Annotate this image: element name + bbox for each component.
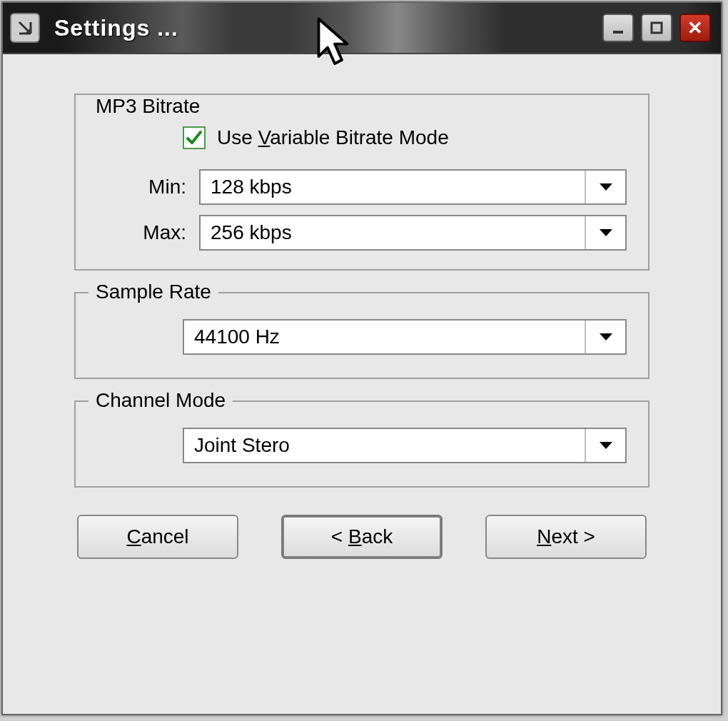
svg-marker-3 [600,183,612,191]
settings-window: Settings ... ✕ MP3 Bitra [1,1,722,715]
app-icon [10,13,40,43]
min-bitrate-combobox[interactable]: 128 kbps [199,169,627,205]
chevron-down-icon [598,228,614,238]
min-bitrate-dropdown-button[interactable] [586,171,625,203]
svg-rect-1 [613,31,623,34]
next-button[interactable]: Next > [485,515,647,559]
sample-rate-legend: Sample Rate [89,281,218,303]
mp3-bitrate-group: MP3 Bitrate Use Variable Bitrate Mode Mi… [74,94,649,271]
chevron-down-icon [598,332,614,342]
window-controls: ✕ [602,14,711,42]
min-bitrate-value: 128 kbps [201,171,586,203]
sample-rate-value: 44100 Hz [184,321,586,353]
maximize-icon [649,21,664,35]
min-bitrate-label: Min: [97,176,199,198]
close-button[interactable]: ✕ [679,14,711,42]
svg-marker-4 [600,229,612,236]
max-bitrate-dropdown-button[interactable] [586,216,625,249]
channel-mode-row: Joint Stero [183,428,627,463]
sample-rate-row: 44100 Hz [183,319,627,355]
mp3-bitrate-legend: MP3 Bitrate [89,95,207,118]
chevron-down-icon [598,440,614,450]
channel-mode-combobox[interactable]: Joint Stero [183,428,627,463]
channel-mode-group: Channel Mode Joint Stero [74,400,649,488]
vbr-checkbox[interactable] [183,126,206,149]
min-bitrate-row: Min: 128 kbps [97,169,627,205]
sample-rate-dropdown-button[interactable] [586,321,625,353]
back-button[interactable]: < Back [281,515,443,559]
sample-rate-combobox[interactable]: 44100 Hz [183,319,627,355]
vbr-checkbox-row: Use Variable Bitrate Mode [183,126,627,149]
sample-rate-group: Sample Rate 44100 Hz [74,292,649,379]
svg-marker-5 [600,333,612,341]
max-bitrate-value: 256 kbps [201,216,586,249]
channel-mode-legend: Channel Mode [89,389,233,412]
client-area: MP3 Bitrate Use Variable Bitrate Mode Mi… [3,54,721,580]
maximize-button[interactable] [641,14,672,42]
checkmark-icon [185,128,203,147]
wizard-buttons: Cancel < Back Next > [74,515,649,559]
vbr-checkbox-label[interactable]: Use Variable Bitrate Mode [217,126,449,149]
max-bitrate-combobox[interactable]: 256 kbps [199,215,627,251]
max-bitrate-row: Max: 256 kbps [97,215,627,251]
minimize-icon [611,21,625,35]
channel-mode-dropdown-button[interactable] [586,429,625,462]
max-bitrate-label: Max: [97,221,199,244]
window-title: Settings ... [54,15,602,41]
chevron-down-icon [598,182,614,192]
svg-marker-6 [600,442,612,449]
svg-rect-2 [652,23,662,33]
close-icon: ✕ [687,19,703,37]
channel-mode-value: Joint Stero [184,429,586,462]
minimize-button[interactable] [602,14,634,42]
cancel-button[interactable]: Cancel [77,515,238,559]
titlebar[interactable]: Settings ... ✕ [3,3,721,54]
